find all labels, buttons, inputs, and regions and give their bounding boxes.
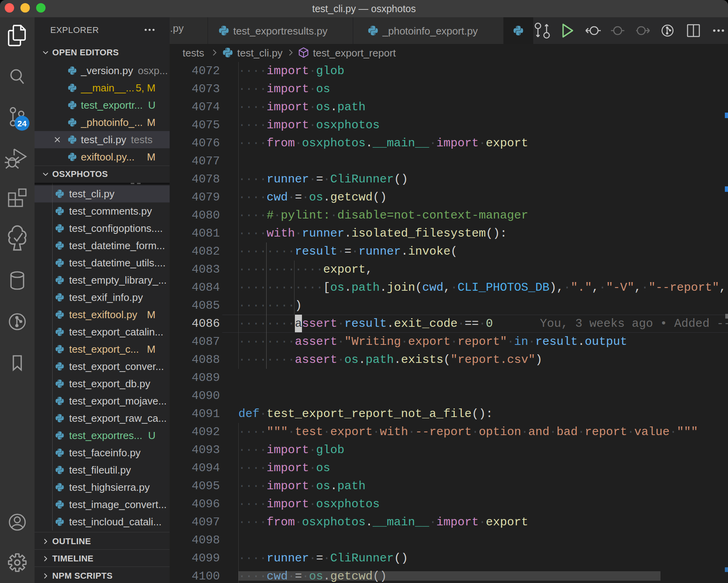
svg-text:24: 24 [17,119,27,128]
